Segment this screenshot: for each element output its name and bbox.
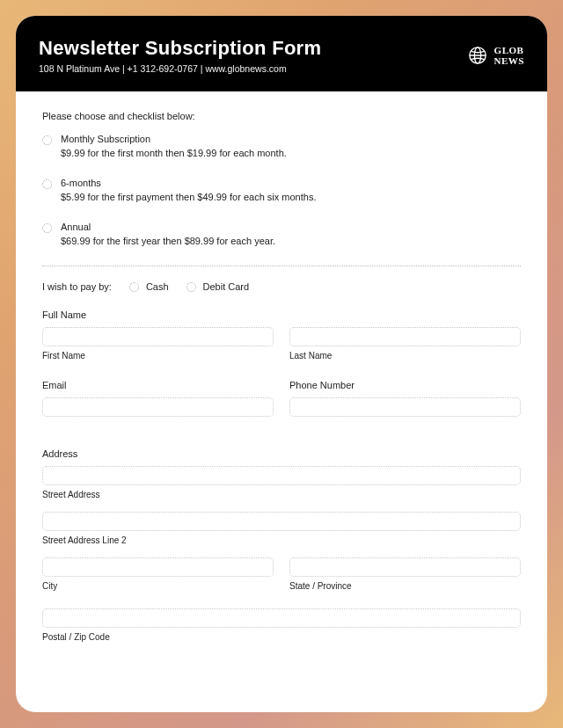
- plan-6months[interactable]: 6-months $5.99 for the first payment the…: [42, 178, 521, 202]
- state-sublabel: State / Province: [289, 581, 521, 591]
- state-col: State / Province: [289, 557, 521, 603]
- phone-input[interactable]: [289, 397, 521, 417]
- form-header: Newsletter Subscription Form 108 N Plati…: [16, 16, 547, 91]
- address-label: Address: [42, 448, 521, 459]
- checklist-prompt: Please choose and checklist below:: [42, 111, 521, 121]
- pay-option-label: Cash: [146, 281, 169, 292]
- radio-icon[interactable]: [42, 223, 52, 233]
- radio-icon[interactable]: [42, 179, 52, 189]
- email-col: Email: [42, 378, 274, 443]
- street-sublabel: Street Address: [42, 490, 521, 499]
- email-label: Email: [42, 380, 274, 390]
- street-row: Street Address: [42, 466, 521, 499]
- lastname-col: Last Name: [289, 327, 521, 373]
- plan-name: Monthly Subscription: [61, 134, 287, 144]
- pay-option-label: Debit Card: [203, 281, 250, 292]
- plan-text: Annual $69.99 for the first year then $8…: [61, 222, 275, 246]
- plan-desc: $9.99 for the first month then $19.99 fo…: [61, 148, 287, 158]
- contact-row: Email Phone Number: [42, 378, 521, 443]
- city-col: City: [42, 557, 274, 603]
- name-row: First Name Last Name: [42, 327, 521, 373]
- postal-row: Postal / Zip Code: [42, 608, 521, 642]
- email-input[interactable]: [42, 397, 274, 417]
- plan-text: Monthly Subscription $9.99 for the first…: [61, 134, 287, 158]
- form-title: Newsletter Subscription Form: [39, 37, 468, 60]
- city-sublabel: City: [42, 581, 274, 591]
- logo-line1: GLOB: [494, 45, 524, 55]
- plan-name: Annual: [61, 222, 275, 232]
- payment-method-row: I wish to pay by: Cash Debit Card: [42, 280, 521, 292]
- lastname-sublabel: Last Name: [289, 351, 521, 360]
- firstname-input[interactable]: [42, 327, 274, 346]
- plan-text: 6-months $5.99 for the first payment the…: [61, 178, 316, 202]
- logo: GLOB NEWS: [468, 45, 524, 66]
- divider: [42, 266, 521, 266]
- lastname-input[interactable]: [289, 327, 521, 346]
- fullname-label: Full Name: [42, 309, 521, 320]
- firstname-sublabel: First Name: [42, 351, 274, 360]
- radio-icon[interactable]: [129, 282, 139, 292]
- city-input[interactable]: [42, 557, 274, 577]
- globe-icon: [468, 46, 487, 65]
- street2-input[interactable]: [42, 512, 521, 531]
- pay-label: I wish to pay by:: [42, 281, 112, 292]
- phone-col: Phone Number: [289, 378, 521, 443]
- postal-sublabel: Postal / Zip Code: [42, 632, 521, 642]
- header-left: Newsletter Subscription Form 108 N Plati…: [39, 37, 468, 74]
- plan-desc: $5.99 for the first payment then $49.99 …: [61, 192, 316, 202]
- street2-sublabel: Street Address Line 2: [42, 535, 521, 545]
- firstname-col: First Name: [42, 327, 274, 373]
- logo-line2: NEWS: [494, 55, 524, 66]
- street2-row: Street Address Line 2: [42, 512, 521, 545]
- form-content: Please choose and checklist below: Month…: [16, 91, 547, 712]
- pay-option-cash[interactable]: Cash: [129, 280, 169, 292]
- radio-icon[interactable]: [186, 282, 196, 292]
- plan-desc: $69.99 for the first year then $89.99 fo…: [61, 236, 275, 246]
- form-subtitle: 108 N Platinum Ave | +1 312-692-0767 | w…: [39, 63, 468, 74]
- form-card: Newsletter Subscription Form 108 N Plati…: [16, 16, 547, 712]
- radio-icon[interactable]: [42, 135, 52, 145]
- state-input[interactable]: [289, 557, 521, 577]
- plan-annual[interactable]: Annual $69.99 for the first year then $8…: [42, 222, 521, 246]
- phone-label: Phone Number: [289, 380, 521, 390]
- postal-input[interactable]: [42, 608, 521, 628]
- plan-monthly[interactable]: Monthly Subscription $9.99 for the first…: [42, 134, 521, 158]
- city-state-row: City State / Province: [42, 557, 521, 603]
- street-input[interactable]: [42, 466, 521, 485]
- pay-option-debit[interactable]: Debit Card: [186, 280, 250, 292]
- logo-text: GLOB NEWS: [494, 45, 524, 66]
- plan-name: 6-months: [61, 178, 316, 188]
